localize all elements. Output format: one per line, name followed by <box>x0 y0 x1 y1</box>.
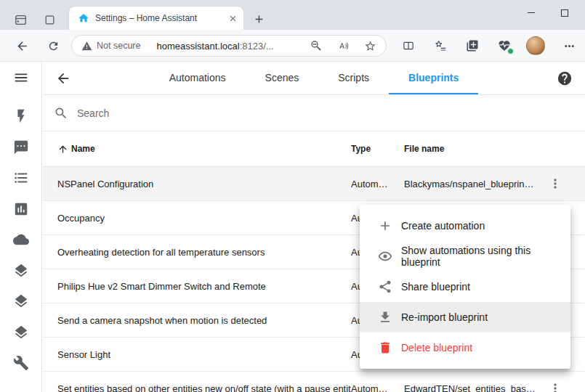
url-host: homeassistant.local <box>156 41 239 52</box>
ha-topnav: AutomationsScenesScriptsBlueprints <box>43 62 585 95</box>
workspaces-icon[interactable] <box>11 10 30 29</box>
sidebar-layers-icon[interactable] <box>0 317 42 348</box>
sidebar-menu-icon[interactable] <box>12 69 30 86</box>
menu-item-re-import-blueprint[interactable]: Re-import blueprint <box>360 302 570 332</box>
sidebar-list-icon[interactable] <box>0 163 42 194</box>
sort-arrow-icon[interactable] <box>57 144 68 155</box>
sidebar-cloud-icon[interactable] <box>0 224 42 256</box>
row-type: Autom… <box>351 383 404 392</box>
collections-icon[interactable] <box>462 36 483 56</box>
column-header-type[interactable]: Type <box>351 144 404 154</box>
row-menu-icon[interactable] <box>546 174 565 193</box>
menu-item-delete-blueprint[interactable]: Delete blueprint <box>360 332 570 363</box>
security-label[interactable]: Not secure <box>97 41 140 51</box>
menu-item-show-automations-using-this-blueprint[interactable]: Show automations using this blueprint <box>360 241 570 271</box>
sidebar-wrench-icon[interactable] <box>0 348 42 379</box>
window-controls <box>515 0 585 25</box>
table-row[interactable]: NSPanel Configuration Autom… Blackymas/n… <box>43 167 585 201</box>
tab-scenes[interactable]: Scenes <box>246 62 319 94</box>
column-header-name[interactable]: Name <box>71 144 95 154</box>
url-text[interactable]: homeassistant.local:8123/... <box>156 41 298 52</box>
tab-close-icon[interactable] <box>226 12 239 25</box>
sidebar-layers-icon[interactable] <box>0 256 42 287</box>
browser-tab[interactable]: Settings – Home Assistant <box>69 7 243 30</box>
new-tab-button[interactable] <box>249 9 268 28</box>
nav-tabs: AutomationsScenesScriptsBlueprints <box>43 62 585 94</box>
table-row[interactable]: Set entities based on other entities new… <box>43 372 585 392</box>
row-name: NSPanel Configuration <box>57 179 351 189</box>
ha-back-button[interactable] <box>55 70 72 87</box>
browser-tabstrip: Settings – Home Assistant <box>0 0 585 30</box>
row-file: EdwardTEN/set_entities_bas… <box>404 383 546 392</box>
tab-automations[interactable]: Automations <box>150 62 246 94</box>
menu-item-create-automation[interactable]: Create automation <box>360 211 570 241</box>
favorites-hub-icon[interactable] <box>430 36 451 56</box>
sidebar-message-icon[interactable] <box>0 132 42 163</box>
tab-scripts[interactable]: Scripts <box>318 62 389 94</box>
refresh-button[interactable] <box>43 36 63 56</box>
sidebar-items <box>0 101 42 379</box>
profile-avatar[interactable] <box>526 36 545 55</box>
url-path: :8123/... <box>240 41 274 52</box>
context-menu: Create automation Show automations using… <box>360 205 570 369</box>
ha-sidebar <box>0 62 42 392</box>
menu-item-share-blueprint[interactable]: Share blueprint <box>360 271 570 302</box>
zoom-out-icon[interactable] <box>307 37 325 54</box>
sidebar-flash-icon[interactable] <box>0 101 42 132</box>
row-type: Autom… <box>351 179 404 189</box>
column-header-file[interactable]: File name <box>404 144 546 154</box>
read-aloud-icon[interactable] <box>334 37 352 54</box>
row-name: Occupancy <box>57 213 351 224</box>
not-secure-warning-icon <box>81 41 92 52</box>
maximize-button[interactable] <box>548 0 581 25</box>
browser-menu-icon[interactable] <box>559 36 579 56</box>
screen: Settings – Home Assistant Not secure hom… <box>0 0 585 392</box>
close-window-button[interactable] <box>581 0 585 25</box>
add-favorite-star-icon[interactable] <box>361 37 379 54</box>
tab-title: Settings – Home Assistant <box>95 13 226 23</box>
search-placeholder: Search <box>77 107 109 119</box>
sidebar-chart-box-icon[interactable] <box>0 194 42 225</box>
row-name: Set entities based on other entities new… <box>57 383 351 392</box>
row-name: Send a camera snapshot when motion is de… <box>57 315 351 326</box>
tab-blueprints[interactable]: Blueprints <box>389 62 478 94</box>
browser-essentials-icon[interactable] <box>494 36 515 56</box>
home-assistant-favicon <box>78 12 89 24</box>
row-name: Sensor Light <box>57 349 351 360</box>
help-icon[interactable] <box>556 70 573 87</box>
back-button[interactable] <box>12 36 32 56</box>
address-bar[interactable]: Not secure homeassistant.local:8123/... <box>71 35 387 57</box>
sidebar-layers-icon[interactable] <box>0 286 42 317</box>
row-file: Blackymas/nspanel_blueprin… <box>404 179 546 189</box>
browser-toolbar: Not secure homeassistant.local:8123/... <box>0 30 585 62</box>
home-assistant-app: AutomationsScenesScriptsBlueprints Searc… <box>0 62 585 392</box>
minimize-button[interactable] <box>515 0 548 25</box>
row-name: Overheating detection for all temperatur… <box>57 247 351 258</box>
row-menu-icon[interactable] <box>546 379 565 392</box>
row-name: Philips Hue v2 Smart Dimmer Switch and R… <box>57 281 351 292</box>
essentials-status-dot <box>507 48 514 54</box>
search-input[interactable]: Search <box>43 95 585 131</box>
tab-actions-icon[interactable] <box>40 10 59 29</box>
split-screen-icon[interactable] <box>398 36 419 56</box>
table-header: Name Type File name <box>43 131 585 167</box>
search-icon <box>54 106 68 121</box>
